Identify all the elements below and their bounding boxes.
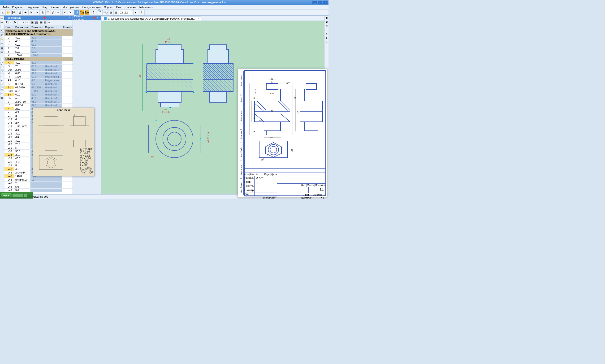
var-row[interactable]: Dsh2.2*d88.0Линейный ... xyxy=(4,68,73,72)
var-tool-7[interactable]: ▣ xyxy=(30,21,34,24)
vtool-text[interactable]: T xyxy=(0,25,4,28)
rtool-3[interactable]: ⊡ xyxy=(325,25,328,28)
vtool-edit[interactable]: ✎ xyxy=(0,29,4,33)
var-header[interactable]: Комментарий xyxy=(62,25,73,29)
var-row[interactable]: D2*d80.0Линейный ... xyxy=(4,65,73,68)
vars-button[interactable]: fvo xyxy=(85,10,89,15)
preview-button[interactable]: 👁 xyxy=(23,10,28,15)
minimize-button[interactable]: _ xyxy=(312,1,317,4)
var-row[interactable]: S169.282069.2820Линейный ... xyxy=(4,86,73,89)
var-row[interactable]: d40.040.0 xyxy=(4,36,73,39)
var-row[interactable]: R1.5*d60.0Радиальны... xyxy=(4,75,73,79)
tray-icon-1[interactable] xyxy=(13,194,16,197)
var-tool-4[interactable]: π xyxy=(17,21,21,24)
var-row[interactable]: Sdetm+n100.0Линейный ... xyxy=(4,89,73,93)
var-header[interactable]: Параметр xyxy=(44,25,62,29)
paste-button[interactable]: 📋 xyxy=(45,10,50,15)
vtool-circle[interactable]: ○ xyxy=(0,66,4,69)
undo-button[interactable]: ↶ xyxy=(62,10,67,15)
document-tab[interactable]: C:\Documents and Settings\user.AAA-6EA86… xyxy=(102,16,201,21)
var-row[interactable]: R20.1*d4.0Радиальны... xyxy=(4,79,73,82)
vtool-measure[interactable]: 📏 xyxy=(0,38,4,41)
menu-select[interactable]: Выделить xyxy=(25,5,40,9)
zoom-dropdown[interactable]: ▾ xyxy=(133,10,138,15)
var-row[interactable]: X160.0160.0 xyxy=(4,54,73,57)
var-row[interactable]: n60.060.0 xyxy=(4,43,73,47)
var-tool-10[interactable]: ⊟ xyxy=(43,21,47,24)
var-row[interactable]: m40.040.0 xyxy=(4,39,73,43)
start-button[interactable]: пуск xyxy=(1,193,12,197)
document-tab-close[interactable]: × xyxy=(198,17,199,20)
var-row[interactable]: A40.040.0 xyxy=(4,61,73,65)
menu-file[interactable]: Файл xyxy=(1,5,10,9)
vtool-rect[interactable]: ▭ xyxy=(0,88,4,91)
var-row[interactable]: d10.85*d34.0Линейный ... xyxy=(4,104,73,107)
vtool-line[interactable]: ╱ xyxy=(0,62,4,65)
rtool-5[interactable]: ⊙ xyxy=(325,33,328,36)
var-header[interactable]: Имя xyxy=(4,25,14,29)
rtool-1[interactable]: ◧ xyxy=(325,16,328,20)
zoom-input[interactable] xyxy=(119,10,133,15)
menu-edit[interactable]: Редактор xyxy=(11,5,25,9)
help-button[interactable]: ? xyxy=(91,10,96,15)
zoom-fit-button[interactable]: ⊞ xyxy=(114,10,118,15)
var-row[interactable]: v46Y xyxy=(4,182,73,185)
menu-view[interactable]: Вид xyxy=(40,5,48,9)
var-row[interactable]: Svm40.0Линейный ... xyxy=(4,96,73,100)
vtool-ellipse[interactable]: ⬭ xyxy=(0,75,4,78)
menu-spec[interactable]: Спецификация xyxy=(81,5,102,9)
var-row[interactable]: P2.02.0 xyxy=(4,47,73,50)
properties-panel-pin[interactable]: 📌 xyxy=(93,16,96,19)
var-tool-11[interactable]: ≡ xyxy=(47,21,51,24)
vtool-arc[interactable]: ◠ xyxy=(0,70,4,74)
var-header[interactable]: Выражение xyxy=(14,25,30,29)
maximize-button[interactable]: □ xyxy=(318,1,322,4)
menu-tools[interactable]: Инструменты xyxy=(62,5,81,9)
zoom-out-button[interactable]: 🔍- xyxy=(103,10,108,15)
var-tool-6[interactable]: - xyxy=(26,21,30,24)
vtool-poly[interactable]: ⬠ xyxy=(0,92,4,95)
vtool-select[interactable]: ▭ xyxy=(0,42,4,45)
var-row[interactable]: b2.2*d+1098.0Линейный ... xyxy=(4,100,73,104)
vtool-geometry[interactable]: ▱ xyxy=(0,16,4,20)
vtool-reports[interactable]: ▤ xyxy=(0,51,4,54)
format-button[interactable]: 🖌 xyxy=(51,10,55,15)
tray-icon-4[interactable] xyxy=(24,194,27,197)
props-button[interactable]: ⚙ xyxy=(28,10,33,15)
menu-service[interactable]: Сервис xyxy=(103,5,114,9)
rtool-6[interactable]: ⊕ xyxy=(325,37,328,40)
var-row[interactable]: Y50.050.0 xyxy=(4,50,73,54)
rtool-2[interactable]: ▣ xyxy=(325,21,328,24)
vtool-point[interactable]: • xyxy=(0,58,4,61)
close-button[interactable]: × xyxy=(323,1,328,4)
vtool-spline[interactable]: 〰 xyxy=(0,83,4,87)
rtool-4[interactable]: ✕ xyxy=(325,29,328,32)
menu-window[interactable]: Окно xyxy=(115,5,124,9)
vtool-param[interactable]: ⊡ xyxy=(0,34,4,37)
fx-button[interactable]: f(x) xyxy=(79,10,84,15)
var-tool-9[interactable]: ⊞ xyxy=(39,21,42,24)
vtool-hatch[interactable]: ▨ xyxy=(0,96,4,99)
menu-help[interactable]: Справка xyxy=(124,5,137,9)
var-tool-8[interactable]: ▦ xyxy=(35,21,38,24)
var-tool-2[interactable]: × xyxy=(9,21,13,24)
var-group-noname[interactable]: ⊟ БЕЗ ИМЕНИ xyxy=(4,57,73,61)
var-tool-3[interactable]: fx xyxy=(13,21,17,24)
vtool-spec[interactable]: ≣ xyxy=(0,46,4,50)
var-row[interactable]: H0.8*d32.0Линейный ... xyxy=(4,72,73,75)
var-row[interactable]: v45(0.85*d)/217 xyxy=(4,178,73,182)
save-button[interactable]: 💾 xyxy=(11,10,16,15)
variables-panel-close[interactable]: × xyxy=(68,16,71,19)
tray-icon-2[interactable] xyxy=(16,194,20,197)
variables-panel-pin[interactable]: 📌 xyxy=(43,16,46,19)
var-row[interactable]: v495.0 xyxy=(4,189,73,192)
var-tool-5[interactable]: + xyxy=(22,21,26,24)
tray-icon-3[interactable] xyxy=(20,194,23,197)
var-row[interactable]: Sn60.060.0Линейный ... xyxy=(4,93,73,96)
vtool-dims[interactable]: ↔ xyxy=(0,21,4,24)
refresh-button[interactable]: ↻ xyxy=(140,10,145,15)
var-tool-1[interactable]: ℇ xyxy=(5,21,9,24)
vtool-curve[interactable]: ∿ xyxy=(0,79,4,82)
menu-libs[interactable]: Библиотеки xyxy=(138,5,154,9)
properties-button[interactable]: ≡ xyxy=(56,10,61,15)
